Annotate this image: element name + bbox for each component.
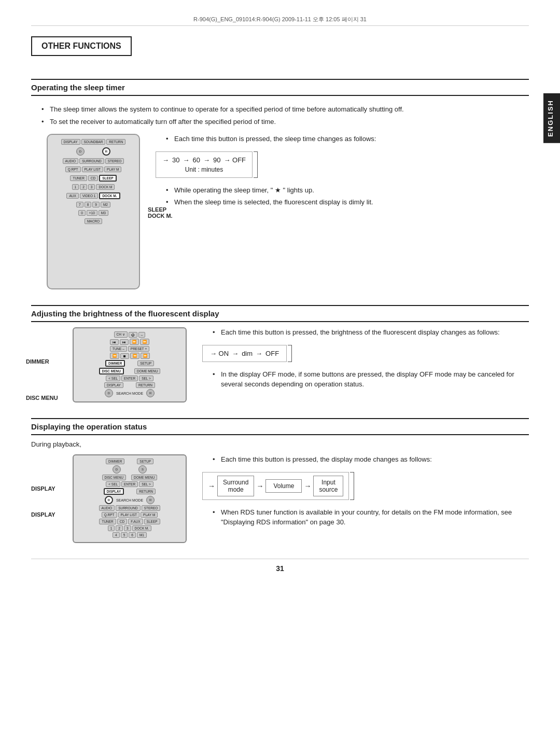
- display-control-panel: DIMMER SETUP D S DISC MENU DOME MENU: [73, 454, 187, 543]
- seq-arrow-start: →: [162, 156, 169, 164]
- display-status-diagram: DISPLAY DISPLAY DIMMER SETUP D S: [31, 454, 187, 543]
- bright-note-2: In the display OFF mode, if some buttons…: [213, 369, 529, 390]
- dock-m-2-btn: DOCK M.: [99, 192, 120, 199]
- dp-dome-menu: DOME MENU: [131, 475, 157, 480]
- dp-dockm: DOCK M.: [132, 525, 152, 531]
- sleep-timer-bullets: The sleep timer allows the system to con…: [41, 104, 529, 127]
- num-7: 7: [76, 202, 83, 207]
- bright-arrow1: →: [232, 350, 239, 357]
- dp-qrpt: Q.RPT: [102, 512, 117, 518]
- bright-arrow-start: → ON: [210, 350, 229, 357]
- brightness-section-header: Adjusting the brightness of the fluoresc…: [31, 305, 529, 322]
- display-flow-wrap: → Surround mode → Volume → Input source: [202, 472, 529, 500]
- pw-btn: ⏻: [129, 332, 137, 338]
- prev-btn: ⏪: [110, 353, 119, 359]
- brightness-heading: Adjusting the brightness of the fluoresc…: [31, 309, 529, 318]
- ch-btn: CH ∨: [114, 331, 128, 338]
- dp-display-circle: D: [105, 496, 113, 504]
- dp-1: 1: [108, 525, 115, 531]
- play-m-btn: PLAY M: [104, 166, 121, 172]
- sleep-sequence-wrap: → 30 → 60 → 90 → OFF Unit : minutes: [156, 151, 529, 178]
- sleep-note-2: While operating the sleep timer, " ★ " l…: [166, 185, 529, 196]
- main-section-box: OTHER FUNCTIONS: [31, 36, 132, 56]
- sleep-label-text: SLEEP: [148, 206, 173, 213]
- flow-box-volume: Volume: [265, 479, 302, 493]
- display-note-1: Each time this button is pressed, the di…: [213, 454, 529, 465]
- seq-step1: 30: [172, 156, 179, 164]
- dp-tuner: TUNER: [99, 519, 116, 524]
- dp-playm: PLAY M: [141, 512, 158, 518]
- bright-note-list: Each time this button is pressed, the br…: [213, 327, 529, 338]
- tune-minus: TUNE –: [110, 346, 127, 352]
- disp-circle2: D: [105, 389, 113, 397]
- num-2: 2: [80, 184, 87, 190]
- bright-seq-wrap: → ON → dim → OFF: [202, 345, 529, 362]
- video1-btn: VIDEO 1: [80, 193, 99, 199]
- flow-arrow1: →: [256, 482, 263, 490]
- dp-cd: CD: [117, 519, 127, 524]
- display-status-intro: During playback,: [31, 440, 529, 448]
- dp-3: 3: [124, 525, 131, 531]
- dp-2: 2: [116, 525, 123, 531]
- dp-stereo: STEREO: [142, 505, 161, 511]
- bright-note-1: Each time this button is pressed, the br…: [213, 327, 529, 338]
- bright-step2: OFF: [265, 350, 279, 357]
- plus10-btn: +10: [87, 210, 97, 216]
- dp-setup: SETUP: [137, 459, 153, 464]
- stop-btn: ⏹: [120, 353, 129, 359]
- flow-box-input: Input source: [313, 476, 343, 496]
- disp-circle: D: [76, 147, 85, 156]
- brightness-notes: Each time this button is pressed, the br…: [202, 327, 529, 397]
- sel-right: SEL >: [139, 376, 153, 381]
- surround-btn-row: SURROUND: [79, 158, 104, 164]
- display-status-notes: Each time this button is pressed, the di…: [202, 454, 529, 535]
- num-1: 1: [72, 184, 79, 190]
- skip-nxt2: ⏩: [140, 339, 149, 345]
- english-tab: ENGLISH: [543, 93, 560, 143]
- skip-next: ⏩: [130, 339, 139, 345]
- disc-menu-btn: DISC MENU: [99, 368, 124, 374]
- page-number: 31: [31, 559, 529, 573]
- dp-faux: F.AUX: [128, 519, 143, 524]
- num-0: 0: [78, 210, 86, 216]
- dp-sel-left: < SEL: [106, 481, 120, 487]
- dp-enter: ENTER: [121, 481, 138, 487]
- enter-btn: ENTER: [121, 376, 138, 381]
- sleep-timer-notes: Each time this button is pressed, the sl…: [156, 134, 529, 215]
- seq-arrow2: →: [203, 156, 210, 164]
- m2-btn: M2: [101, 202, 110, 207]
- display-inner-label: DISPLAY: [31, 511, 55, 518]
- dp-disc-circle: D: [113, 465, 121, 474]
- dp-ret-circle: R: [146, 496, 155, 504]
- display-status-heading: Displaying the operation status: [31, 422, 529, 431]
- ret-circle2: R: [146, 389, 155, 397]
- bright-step1: dim: [242, 350, 253, 357]
- sleep-timer-diagram: DISPLAY SOUNDBAR RETURN D R AUDIO SURROU…: [31, 134, 140, 289]
- fwd-btn: ⏩: [141, 353, 150, 359]
- flow-arrow2: →: [304, 482, 311, 490]
- sleep-bullet-2: To set the receiver to automatically tur…: [41, 117, 529, 127]
- sleep-note-list: Each time this button is pressed, the sl…: [166, 134, 529, 144]
- brightness-diagram: DIMMER DISC MENU CH ∨ ⏻ – ⏮ ⏭ ⏩ ⏩: [31, 327, 187, 402]
- soundbar-btn: SOUNDBAR: [81, 139, 106, 145]
- skip-fwd: ⏭: [120, 339, 129, 345]
- seq-arrow1: →: [183, 156, 189, 164]
- tuner-btn: TUNER: [70, 175, 87, 181]
- setup-btn: SETUP: [137, 360, 154, 366]
- dp-display-btn: DISPLAY: [104, 488, 124, 495]
- dp-m1: M1: [137, 532, 147, 538]
- seq-step3: 90: [213, 156, 220, 164]
- dp-dome-circle: S: [138, 465, 147, 474]
- num-8: 8: [85, 202, 92, 207]
- num-3: 3: [88, 184, 95, 190]
- play-list-btn: PLAY LIST: [82, 166, 104, 172]
- preset-plus: PRESET +: [128, 346, 150, 352]
- return-circle: R: [102, 147, 110, 156]
- bright-arrow2: →: [256, 350, 262, 357]
- display-note-2: When RDS tuner function is available in …: [213, 507, 529, 527]
- m3-btn: M3: [99, 210, 108, 216]
- flow-box-surround: Surround mode: [217, 476, 254, 496]
- dp-6: 6: [129, 532, 136, 538]
- sleep-timer-content: DISPLAY SOUNDBAR RETURN D R AUDIO SURROU…: [31, 134, 529, 289]
- dp-playlist: PLAY LIST: [118, 512, 140, 518]
